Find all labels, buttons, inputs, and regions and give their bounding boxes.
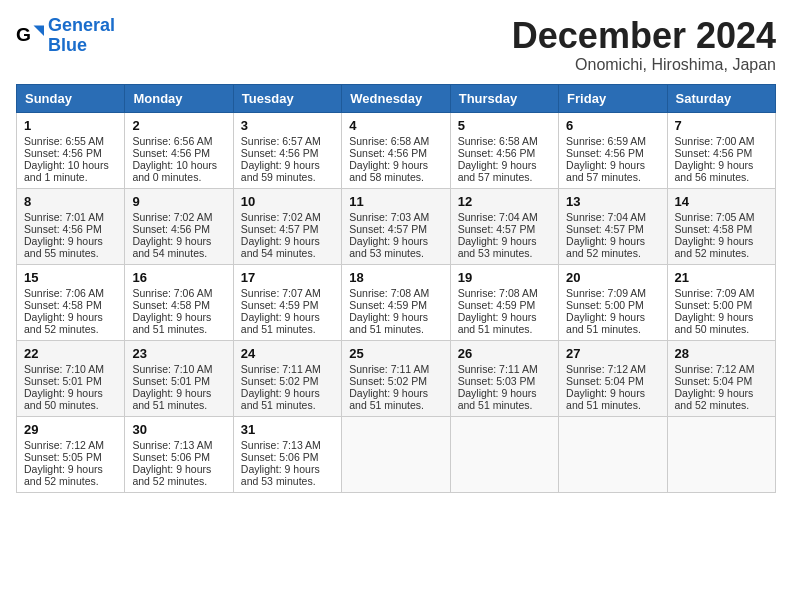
calendar-cell: 7 Sunrise: 7:00 AM Sunset: 4:56 PM Dayli…: [667, 112, 775, 188]
sunset-label: Sunset: 5:01 PM: [24, 375, 102, 387]
daylight-label: Daylight: 9 hours and 52 minutes.: [675, 387, 754, 411]
calendar-cell: 6 Sunrise: 6:59 AM Sunset: 4:56 PM Dayli…: [559, 112, 667, 188]
sunrise-label: Sunrise: 7:13 AM: [132, 439, 212, 451]
calendar-cell: 18 Sunrise: 7:08 AM Sunset: 4:59 PM Dayl…: [342, 264, 450, 340]
sunrise-label: Sunrise: 7:04 AM: [458, 211, 538, 223]
sunrise-label: Sunrise: 7:11 AM: [349, 363, 429, 375]
sunset-label: Sunset: 5:01 PM: [132, 375, 210, 387]
sunset-label: Sunset: 4:56 PM: [458, 147, 536, 159]
daylight-label: Daylight: 9 hours and 51 minutes.: [241, 311, 320, 335]
daylight-label: Daylight: 9 hours and 51 minutes.: [458, 311, 537, 335]
day-number: 8: [24, 194, 117, 209]
sunrise-label: Sunrise: 7:04 AM: [566, 211, 646, 223]
sunset-label: Sunset: 4:56 PM: [24, 147, 102, 159]
daylight-label: Daylight: 9 hours and 51 minutes.: [349, 311, 428, 335]
sunset-label: Sunset: 4:58 PM: [132, 299, 210, 311]
calendar-cell: 4 Sunrise: 6:58 AM Sunset: 4:56 PM Dayli…: [342, 112, 450, 188]
day-number: 16: [132, 270, 225, 285]
daylight-label: Daylight: 9 hours and 52 minutes.: [24, 311, 103, 335]
day-number: 17: [241, 270, 334, 285]
daylight-label: Daylight: 9 hours and 54 minutes.: [241, 235, 320, 259]
daylight-label: Daylight: 9 hours and 51 minutes.: [458, 387, 537, 411]
calendar-cell: 25 Sunrise: 7:11 AM Sunset: 5:02 PM Dayl…: [342, 340, 450, 416]
daylight-label: Daylight: 9 hours and 51 minutes.: [132, 387, 211, 411]
logo-icon: G: [16, 22, 44, 50]
daylight-label: Daylight: 9 hours and 52 minutes.: [132, 463, 211, 487]
day-number: 13: [566, 194, 659, 209]
day-number: 9: [132, 194, 225, 209]
daylight-label: Daylight: 9 hours and 52 minutes.: [675, 235, 754, 259]
calendar-cell: 15 Sunrise: 7:06 AM Sunset: 4:58 PM Dayl…: [17, 264, 125, 340]
day-number: 25: [349, 346, 442, 361]
sunset-label: Sunset: 4:59 PM: [458, 299, 536, 311]
calendar-cell: [450, 416, 558, 492]
sunset-label: Sunset: 4:57 PM: [566, 223, 644, 235]
calendar-week-4: 22 Sunrise: 7:10 AM Sunset: 5:01 PM Dayl…: [17, 340, 776, 416]
sunrise-label: Sunrise: 7:02 AM: [241, 211, 321, 223]
header-saturday: Saturday: [667, 84, 775, 112]
sunset-label: Sunset: 5:00 PM: [566, 299, 644, 311]
header-friday: Friday: [559, 84, 667, 112]
daylight-label: Daylight: 9 hours and 53 minutes.: [241, 463, 320, 487]
day-number: 7: [675, 118, 768, 133]
calendar-cell: 29 Sunrise: 7:12 AM Sunset: 5:05 PM Dayl…: [17, 416, 125, 492]
svg-text:G: G: [16, 24, 31, 45]
day-number: 26: [458, 346, 551, 361]
sunrise-label: Sunrise: 7:07 AM: [241, 287, 321, 299]
calendar-cell: 2 Sunrise: 6:56 AM Sunset: 4:56 PM Dayli…: [125, 112, 233, 188]
calendar-cell: 31 Sunrise: 7:13 AM Sunset: 5:06 PM Dayl…: [233, 416, 341, 492]
calendar-cell: 30 Sunrise: 7:13 AM Sunset: 5:06 PM Dayl…: [125, 416, 233, 492]
calendar-cell: 8 Sunrise: 7:01 AM Sunset: 4:56 PM Dayli…: [17, 188, 125, 264]
sunset-label: Sunset: 4:57 PM: [241, 223, 319, 235]
location-title: Onomichi, Hiroshima, Japan: [512, 56, 776, 74]
daylight-label: Daylight: 9 hours and 51 minutes.: [349, 387, 428, 411]
daylight-label: Daylight: 9 hours and 57 minutes.: [458, 159, 537, 183]
day-number: 6: [566, 118, 659, 133]
day-number: 15: [24, 270, 117, 285]
logo-text-line1: General: [48, 16, 115, 36]
sunrise-label: Sunrise: 7:12 AM: [566, 363, 646, 375]
calendar-cell: 14 Sunrise: 7:05 AM Sunset: 4:58 PM Dayl…: [667, 188, 775, 264]
calendar-week-2: 8 Sunrise: 7:01 AM Sunset: 4:56 PM Dayli…: [17, 188, 776, 264]
sunset-label: Sunset: 5:02 PM: [241, 375, 319, 387]
sunrise-label: Sunrise: 7:13 AM: [241, 439, 321, 451]
calendar-cell: 10 Sunrise: 7:02 AM Sunset: 4:57 PM Dayl…: [233, 188, 341, 264]
calendar-cell: 1 Sunrise: 6:55 AM Sunset: 4:56 PM Dayli…: [17, 112, 125, 188]
sunset-label: Sunset: 4:59 PM: [349, 299, 427, 311]
calendar-cell: 23 Sunrise: 7:10 AM Sunset: 5:01 PM Dayl…: [125, 340, 233, 416]
calendar-cell: [559, 416, 667, 492]
sunrise-label: Sunrise: 7:01 AM: [24, 211, 104, 223]
calendar-cell: 13 Sunrise: 7:04 AM Sunset: 4:57 PM Dayl…: [559, 188, 667, 264]
sunset-label: Sunset: 4:57 PM: [349, 223, 427, 235]
day-number: 2: [132, 118, 225, 133]
daylight-label: Daylight: 9 hours and 50 minutes.: [24, 387, 103, 411]
daylight-label: Daylight: 9 hours and 59 minutes.: [241, 159, 320, 183]
day-number: 14: [675, 194, 768, 209]
day-number: 22: [24, 346, 117, 361]
calendar-cell: 21 Sunrise: 7:09 AM Sunset: 5:00 PM Dayl…: [667, 264, 775, 340]
sunrise-label: Sunrise: 7:10 AM: [24, 363, 104, 375]
day-number: 20: [566, 270, 659, 285]
sunset-label: Sunset: 5:00 PM: [675, 299, 753, 311]
sunrise-label: Sunrise: 7:06 AM: [24, 287, 104, 299]
sunrise-label: Sunrise: 7:06 AM: [132, 287, 212, 299]
sunrise-label: Sunrise: 7:11 AM: [241, 363, 321, 375]
sunset-label: Sunset: 4:56 PM: [241, 147, 319, 159]
sunset-label: Sunset: 4:57 PM: [458, 223, 536, 235]
daylight-label: Daylight: 9 hours and 51 minutes.: [132, 311, 211, 335]
sunrise-label: Sunrise: 7:00 AM: [675, 135, 755, 147]
calendar-cell: 12 Sunrise: 7:04 AM Sunset: 4:57 PM Dayl…: [450, 188, 558, 264]
sunset-label: Sunset: 4:58 PM: [24, 299, 102, 311]
sunrise-label: Sunrise: 6:57 AM: [241, 135, 321, 147]
day-number: 5: [458, 118, 551, 133]
sunset-label: Sunset: 5:04 PM: [566, 375, 644, 387]
calendar-cell: 11 Sunrise: 7:03 AM Sunset: 4:57 PM Dayl…: [342, 188, 450, 264]
day-number: 28: [675, 346, 768, 361]
day-number: 19: [458, 270, 551, 285]
sunrise-label: Sunrise: 6:56 AM: [132, 135, 212, 147]
day-number: 12: [458, 194, 551, 209]
calendar-header-row: SundayMondayTuesdayWednesdayThursdayFrid…: [17, 84, 776, 112]
sunrise-label: Sunrise: 7:05 AM: [675, 211, 755, 223]
sunset-label: Sunset: 4:59 PM: [241, 299, 319, 311]
sunset-label: Sunset: 5:02 PM: [349, 375, 427, 387]
